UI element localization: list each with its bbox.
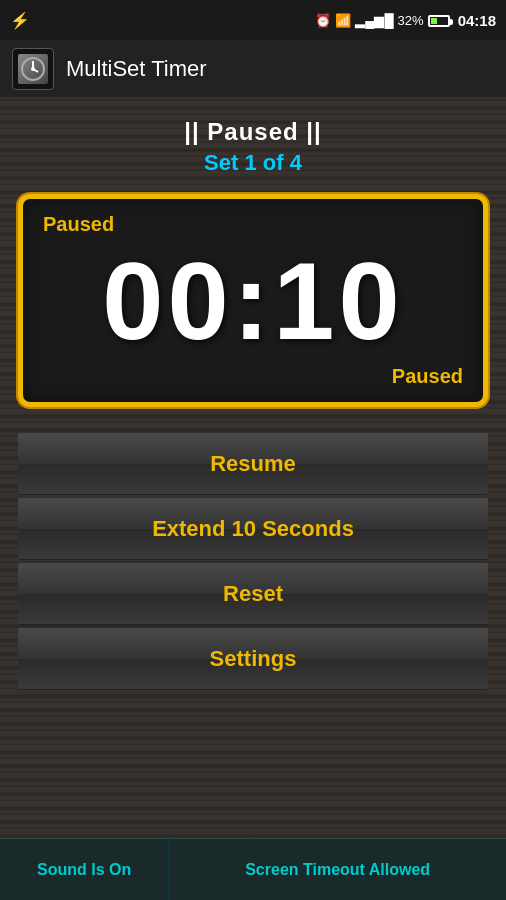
usb-icon: ⚡	[10, 11, 30, 30]
signal-bars: ▂▄▆█	[355, 13, 393, 28]
timer-paused-bottom-label: Paused	[43, 365, 463, 388]
timer-display: 00:10	[43, 240, 463, 361]
screen-timeout-status[interactable]: Screen Timeout Allowed	[169, 838, 506, 900]
paused-header: || Paused || Set 1 of 4	[184, 118, 322, 176]
bottom-bar: Sound Is On Screen Timeout Allowed	[0, 838, 506, 900]
main-content: || Paused || Set 1 of 4 Paused 00:10 Pau…	[0, 98, 506, 900]
time-display: 04:18	[458, 12, 496, 29]
alarm-icon: ⏰	[315, 13, 331, 28]
app-icon	[12, 48, 54, 90]
battery-percent: 32%	[398, 13, 424, 28]
app-title: MultiSet Timer	[66, 56, 207, 82]
sound-status[interactable]: Sound Is On	[0, 838, 169, 900]
resume-button[interactable]: Resume	[18, 433, 488, 495]
app-logo-svg	[20, 56, 46, 82]
settings-button[interactable]: Settings	[18, 628, 488, 690]
app-icon-inner	[18, 54, 48, 84]
battery-indicator	[428, 13, 450, 28]
timer-container: Paused 00:10 Paused	[18, 194, 488, 407]
extend-button[interactable]: Extend 10 Seconds	[18, 498, 488, 560]
status-bar: ⚡ ⏰ 📶 ▂▄▆█ 32% 04:18	[0, 0, 506, 40]
svg-point-3	[31, 67, 35, 71]
wifi-icon: 📶	[335, 13, 351, 28]
reset-button[interactable]: Reset	[18, 563, 488, 625]
title-bar: MultiSet Timer	[0, 40, 506, 98]
timer-paused-top-label: Paused	[43, 213, 463, 236]
status-right: ⏰ 📶 ▂▄▆█ 32% 04:18	[315, 12, 496, 29]
status-left: ⚡	[10, 11, 30, 30]
set-info: Set 1 of 4	[184, 150, 322, 176]
paused-title: || Paused ||	[184, 118, 322, 146]
